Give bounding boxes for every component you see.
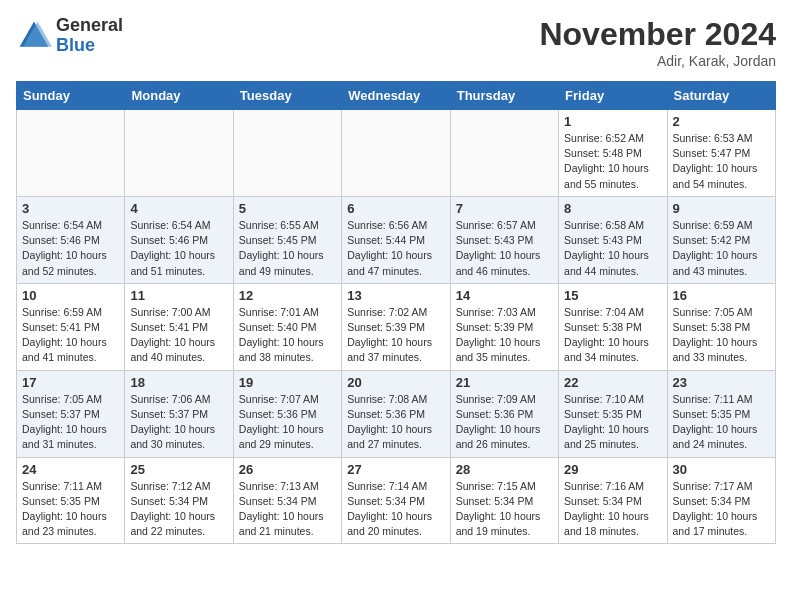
day-info: Sunrise: 6:59 AMSunset: 5:42 PMDaylight:… xyxy=(673,218,770,279)
calendar-week-row: 3Sunrise: 6:54 AMSunset: 5:46 PMDaylight… xyxy=(17,196,776,283)
day-number: 17 xyxy=(22,375,119,390)
day-number: 20 xyxy=(347,375,444,390)
day-info: Sunrise: 7:15 AMSunset: 5:34 PMDaylight:… xyxy=(456,479,553,540)
day-number: 14 xyxy=(456,288,553,303)
day-info: Sunrise: 7:08 AMSunset: 5:36 PMDaylight:… xyxy=(347,392,444,453)
day-info: Sunrise: 7:13 AMSunset: 5:34 PMDaylight:… xyxy=(239,479,336,540)
calendar-cell: 11Sunrise: 7:00 AMSunset: 5:41 PMDayligh… xyxy=(125,283,233,370)
calendar-cell: 24Sunrise: 7:11 AMSunset: 5:35 PMDayligh… xyxy=(17,457,125,544)
day-number: 29 xyxy=(564,462,661,477)
location-text: Adir, Karak, Jordan xyxy=(539,53,776,69)
calendar-cell: 14Sunrise: 7:03 AMSunset: 5:39 PMDayligh… xyxy=(450,283,558,370)
day-info: Sunrise: 7:04 AMSunset: 5:38 PMDaylight:… xyxy=(564,305,661,366)
calendar-cell: 6Sunrise: 6:56 AMSunset: 5:44 PMDaylight… xyxy=(342,196,450,283)
calendar-cell: 30Sunrise: 7:17 AMSunset: 5:34 PMDayligh… xyxy=(667,457,775,544)
day-info: Sunrise: 7:05 AMSunset: 5:37 PMDaylight:… xyxy=(22,392,119,453)
day-info: Sunrise: 6:54 AMSunset: 5:46 PMDaylight:… xyxy=(22,218,119,279)
day-number: 16 xyxy=(673,288,770,303)
day-info: Sunrise: 7:05 AMSunset: 5:38 PMDaylight:… xyxy=(673,305,770,366)
header-saturday: Saturday xyxy=(667,82,775,110)
calendar-cell: 27Sunrise: 7:14 AMSunset: 5:34 PMDayligh… xyxy=(342,457,450,544)
header-monday: Monday xyxy=(125,82,233,110)
day-number: 24 xyxy=(22,462,119,477)
calendar-cell xyxy=(17,110,125,197)
calendar-table: SundayMondayTuesdayWednesdayThursdayFrid… xyxy=(16,81,776,544)
day-number: 13 xyxy=(347,288,444,303)
day-number: 22 xyxy=(564,375,661,390)
day-number: 30 xyxy=(673,462,770,477)
day-info: Sunrise: 6:53 AMSunset: 5:47 PMDaylight:… xyxy=(673,131,770,192)
day-number: 2 xyxy=(673,114,770,129)
day-number: 23 xyxy=(673,375,770,390)
calendar-cell: 5Sunrise: 6:55 AMSunset: 5:45 PMDaylight… xyxy=(233,196,341,283)
logo: General Blue xyxy=(16,16,123,56)
calendar-cell: 15Sunrise: 7:04 AMSunset: 5:38 PMDayligh… xyxy=(559,283,667,370)
calendar-cell: 21Sunrise: 7:09 AMSunset: 5:36 PMDayligh… xyxy=(450,370,558,457)
calendar-cell xyxy=(233,110,341,197)
day-info: Sunrise: 7:00 AMSunset: 5:41 PMDaylight:… xyxy=(130,305,227,366)
day-number: 15 xyxy=(564,288,661,303)
day-info: Sunrise: 7:11 AMSunset: 5:35 PMDaylight:… xyxy=(22,479,119,540)
calendar-cell: 12Sunrise: 7:01 AMSunset: 5:40 PMDayligh… xyxy=(233,283,341,370)
day-number: 19 xyxy=(239,375,336,390)
month-title: November 2024 xyxy=(539,16,776,53)
calendar-week-row: 1Sunrise: 6:52 AMSunset: 5:48 PMDaylight… xyxy=(17,110,776,197)
calendar-cell: 19Sunrise: 7:07 AMSunset: 5:36 PMDayligh… xyxy=(233,370,341,457)
day-number: 27 xyxy=(347,462,444,477)
calendar-cell: 2Sunrise: 6:53 AMSunset: 5:47 PMDaylight… xyxy=(667,110,775,197)
calendar-cell: 29Sunrise: 7:16 AMSunset: 5:34 PMDayligh… xyxy=(559,457,667,544)
calendar-header-row: SundayMondayTuesdayWednesdayThursdayFrid… xyxy=(17,82,776,110)
title-section: November 2024 Adir, Karak, Jordan xyxy=(539,16,776,69)
day-number: 21 xyxy=(456,375,553,390)
calendar-cell: 10Sunrise: 6:59 AMSunset: 5:41 PMDayligh… xyxy=(17,283,125,370)
day-number: 4 xyxy=(130,201,227,216)
header-friday: Friday xyxy=(559,82,667,110)
day-info: Sunrise: 6:58 AMSunset: 5:43 PMDaylight:… xyxy=(564,218,661,279)
day-number: 10 xyxy=(22,288,119,303)
day-info: Sunrise: 6:59 AMSunset: 5:41 PMDaylight:… xyxy=(22,305,119,366)
day-number: 28 xyxy=(456,462,553,477)
calendar-cell: 7Sunrise: 6:57 AMSunset: 5:43 PMDaylight… xyxy=(450,196,558,283)
logo-blue-text: Blue xyxy=(56,36,123,56)
day-number: 8 xyxy=(564,201,661,216)
day-info: Sunrise: 6:52 AMSunset: 5:48 PMDaylight:… xyxy=(564,131,661,192)
calendar-week-row: 17Sunrise: 7:05 AMSunset: 5:37 PMDayligh… xyxy=(17,370,776,457)
day-number: 11 xyxy=(130,288,227,303)
calendar-cell xyxy=(450,110,558,197)
calendar-cell: 22Sunrise: 7:10 AMSunset: 5:35 PMDayligh… xyxy=(559,370,667,457)
calendar-cell: 18Sunrise: 7:06 AMSunset: 5:37 PMDayligh… xyxy=(125,370,233,457)
calendar-cell: 20Sunrise: 7:08 AMSunset: 5:36 PMDayligh… xyxy=(342,370,450,457)
day-info: Sunrise: 6:54 AMSunset: 5:46 PMDaylight:… xyxy=(130,218,227,279)
day-info: Sunrise: 7:01 AMSunset: 5:40 PMDaylight:… xyxy=(239,305,336,366)
calendar-cell: 13Sunrise: 7:02 AMSunset: 5:39 PMDayligh… xyxy=(342,283,450,370)
day-info: Sunrise: 7:12 AMSunset: 5:34 PMDaylight:… xyxy=(130,479,227,540)
calendar-cell xyxy=(342,110,450,197)
day-info: Sunrise: 6:57 AMSunset: 5:43 PMDaylight:… xyxy=(456,218,553,279)
day-info: Sunrise: 7:10 AMSunset: 5:35 PMDaylight:… xyxy=(564,392,661,453)
calendar-cell: 4Sunrise: 6:54 AMSunset: 5:46 PMDaylight… xyxy=(125,196,233,283)
logo-icon xyxy=(16,18,52,54)
day-info: Sunrise: 7:16 AMSunset: 5:34 PMDaylight:… xyxy=(564,479,661,540)
day-info: Sunrise: 7:02 AMSunset: 5:39 PMDaylight:… xyxy=(347,305,444,366)
calendar-week-row: 10Sunrise: 6:59 AMSunset: 5:41 PMDayligh… xyxy=(17,283,776,370)
day-info: Sunrise: 6:56 AMSunset: 5:44 PMDaylight:… xyxy=(347,218,444,279)
day-number: 1 xyxy=(564,114,661,129)
calendar-cell: 3Sunrise: 6:54 AMSunset: 5:46 PMDaylight… xyxy=(17,196,125,283)
calendar-cell: 26Sunrise: 7:13 AMSunset: 5:34 PMDayligh… xyxy=(233,457,341,544)
day-info: Sunrise: 7:03 AMSunset: 5:39 PMDaylight:… xyxy=(456,305,553,366)
calendar-cell: 8Sunrise: 6:58 AMSunset: 5:43 PMDaylight… xyxy=(559,196,667,283)
header-thursday: Thursday xyxy=(450,82,558,110)
day-info: Sunrise: 7:09 AMSunset: 5:36 PMDaylight:… xyxy=(456,392,553,453)
day-number: 3 xyxy=(22,201,119,216)
day-info: Sunrise: 7:11 AMSunset: 5:35 PMDaylight:… xyxy=(673,392,770,453)
day-info: Sunrise: 6:55 AMSunset: 5:45 PMDaylight:… xyxy=(239,218,336,279)
calendar-cell: 17Sunrise: 7:05 AMSunset: 5:37 PMDayligh… xyxy=(17,370,125,457)
day-number: 18 xyxy=(130,375,227,390)
calendar-cell: 1Sunrise: 6:52 AMSunset: 5:48 PMDaylight… xyxy=(559,110,667,197)
calendar-cell: 25Sunrise: 7:12 AMSunset: 5:34 PMDayligh… xyxy=(125,457,233,544)
header-tuesday: Tuesday xyxy=(233,82,341,110)
day-info: Sunrise: 7:14 AMSunset: 5:34 PMDaylight:… xyxy=(347,479,444,540)
header-wednesday: Wednesday xyxy=(342,82,450,110)
day-info: Sunrise: 7:07 AMSunset: 5:36 PMDaylight:… xyxy=(239,392,336,453)
calendar-cell: 23Sunrise: 7:11 AMSunset: 5:35 PMDayligh… xyxy=(667,370,775,457)
